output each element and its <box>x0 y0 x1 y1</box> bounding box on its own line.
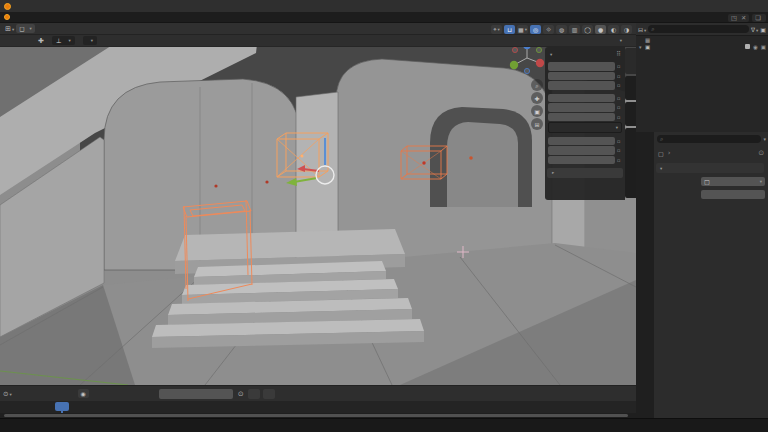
viewport-canvas[interactable]: ⌕ ✚ ▣ ⊞ <box>0 35 636 385</box>
orientation-dropdown[interactable]: ⊥ ▾ <box>52 36 75 45</box>
outliner-filter-icon[interactable]: ∇▾ <box>751 26 758 33</box>
axis-neg-z-ball[interactable] <box>524 68 529 73</box>
scale-x-field[interactable] <box>548 137 615 146</box>
proportional-editing-toggle[interactable]: ◎ <box>530 25 541 34</box>
outliner: ⊟▾ ⌕ ∇▾ ▣ ▦ ▾ ▣ ◉ ▣ <box>636 23 768 132</box>
empty-origin <box>422 161 425 164</box>
properties-editor: ⌕ ▾ ▢ › ⊙ ▾ ▢ ▾ <box>636 132 768 418</box>
timeline-editor-icon[interactable]: ⊙▾ <box>3 390 12 398</box>
topbar: ◳ ✕ ❏ <box>0 12 768 23</box>
blender-menu-icon[interactable] <box>4 14 10 20</box>
collection-icon: ▣ <box>645 44 650 50</box>
rotation-y-field[interactable] <box>548 103 615 112</box>
empty-data-icon: ▢ <box>658 150 664 157</box>
scale-z-field[interactable] <box>548 156 615 165</box>
viewport-header: ⊞▾ ◻ ▾ ⌖ ▾ ⊔ ▦▾ ◎ ⟐ ◍ ▥ ◯ ● ◐ ◑ <box>0 23 636 35</box>
npanel-tab-toolkit[interactable] <box>625 128 636 198</box>
outliner-header: ⊟▾ ⌕ ∇▾ ▣ <box>636 23 768 36</box>
outliner-search-input[interactable]: ⌕ <box>648 25 749 33</box>
properties-search-input[interactable]: ⌕ <box>657 135 761 143</box>
snap-settings-dropdown[interactable]: ▦▾ <box>517 25 528 34</box>
empty-panel-header[interactable]: ▾ <box>656 163 764 173</box>
show-overlays-toggle[interactable]: ◍ <box>556 25 567 34</box>
new-collection-icon[interactable]: ▣ <box>760 26 766 33</box>
rotation-mode-dropdown[interactable]: ▾ <box>548 122 622 133</box>
svg-text:⌕: ⌕ <box>535 82 538 89</box>
xray-toggle[interactable]: ▥ <box>569 25 580 34</box>
shading-material-button[interactable]: ◐ <box>608 25 619 34</box>
timeline-ruler[interactable] <box>0 401 636 413</box>
properties-options-icon[interactable]: ▾ <box>763 136 766 142</box>
properties-panel-collapsed[interactable]: ▸ <box>547 168 623 178</box>
status-bar <box>0 418 768 432</box>
shading-wireframe-button[interactable]: ◯ <box>582 25 593 34</box>
object-mode-dropdown[interactable]: ◻ ▾ <box>16 24 35 33</box>
lock-icon[interactable]: ▫ <box>617 138 622 144</box>
location-x-field[interactable] <box>548 62 615 71</box>
axis-y-ball[interactable] <box>510 61 518 69</box>
editor-type-icon[interactable]: ⊞▾ <box>5 25 14 33</box>
lock-icon[interactable]: ▫ <box>617 114 622 120</box>
blender-logo-icon <box>4 3 11 10</box>
rotation-z-field[interactable] <box>548 113 615 122</box>
search-icon: ⌕ <box>651 25 654 33</box>
current-frame-field[interactable] <box>159 389 233 399</box>
hide-eye-icon[interactable]: ◉ <box>753 44 758 50</box>
lock-icon[interactable]: ▫ <box>617 63 622 69</box>
origin-dot[interactable] <box>265 180 268 183</box>
auto-keying-record-button[interactable]: ◉ <box>78 389 89 398</box>
snap-magnet-toggle[interactable]: ⊔ <box>504 25 515 34</box>
frame-start-field[interactable] <box>248 389 260 399</box>
scrollbar-thumb[interactable] <box>4 414 628 417</box>
lock-icon[interactable]: ▫ <box>617 73 622 79</box>
tool-settings-bar: ✚ ⊥ ▾ ▾ ▾ <box>0 35 636 47</box>
origin-dot[interactable] <box>214 184 217 187</box>
view-layer-selector[interactable]: ❏ <box>752 14 766 22</box>
lock-icon[interactable]: ▫ <box>617 95 622 101</box>
location-y-field[interactable] <box>548 72 615 81</box>
properties-tab-strip <box>636 132 654 418</box>
origin-dot[interactable] <box>469 156 473 160</box>
search-icon: ⌕ <box>660 135 663 143</box>
options-dropdown[interactable]: ▾ <box>617 38 622 43</box>
empty-origin <box>301 155 304 158</box>
scene-icon: ◳ <box>731 14 737 21</box>
frame-end-field[interactable] <box>263 389 275 399</box>
npanel-tab-view[interactable] <box>625 102 636 126</box>
lock-icon[interactable]: ▫ <box>617 104 622 110</box>
panel-drag-icon[interactable]: ⠿ <box>616 50 621 58</box>
drag-mode-dropdown[interactable]: ▾ <box>83 36 97 45</box>
scene-collection-row[interactable]: ▦ <box>636 36 768 43</box>
pin-icon[interactable]: ⊙ <box>758 149 764 157</box>
titlebar <box>0 0 768 12</box>
disable-render-icon[interactable]: ▣ <box>761 44 766 50</box>
exclude-checkbox[interactable] <box>745 44 750 49</box>
use-preview-range-icon[interactable]: ⊙ <box>238 390 244 398</box>
lock-icon[interactable]: ▫ <box>617 157 622 163</box>
lock-icon[interactable]: ▫ <box>617 82 622 88</box>
outliner-display-mode-icon[interactable]: ⊟▾ <box>638 26 646 33</box>
blender-window: ◳ ✕ ❏ ⊞▾ ◻ ▾ ⌖ ▾ ⊔ ▦▾ ◎ ⟐ ◍ ▥ ◯ ● <box>0 0 768 432</box>
shading-solid-button[interactable]: ● <box>595 25 606 34</box>
npanel-tab-item[interactable] <box>625 48 636 74</box>
current-frame-marker[interactable] <box>55 402 69 411</box>
unlink-scene-icon[interactable]: ✕ <box>741 14 746 21</box>
axis-x-ball[interactable] <box>536 59 544 67</box>
shading-rendered-button[interactable]: ◑ <box>621 25 632 34</box>
axis-neg-y-ball[interactable] <box>536 47 541 52</box>
size-field[interactable] <box>701 190 765 199</box>
mode-icon: ◻ <box>19 25 24 33</box>
scene-selector[interactable]: ◳ ✕ <box>728 14 749 22</box>
transform-orientation-dropdown[interactable]: ⌖ ▾ <box>491 25 502 34</box>
display-as-dropdown[interactable]: ▢ ▾ <box>701 177 765 186</box>
location-z-field[interactable] <box>548 81 615 90</box>
npanel-tab-tool[interactable] <box>625 76 636 100</box>
axis-neg-x-ball[interactable] <box>512 47 517 52</box>
rotation-x-field[interactable] <box>548 94 615 103</box>
collection-row[interactable]: ▾ ▣ ◉ ▣ <box>636 43 768 50</box>
lock-icon[interactable]: ▫ <box>617 147 622 153</box>
show-gizmo-toggle[interactable]: ⟐ <box>543 25 554 34</box>
scene-collection-icon: ▦ <box>645 37 650 43</box>
collapse-icon[interactable]: ▾ <box>550 52 552 57</box>
scale-y-field[interactable] <box>548 146 615 155</box>
